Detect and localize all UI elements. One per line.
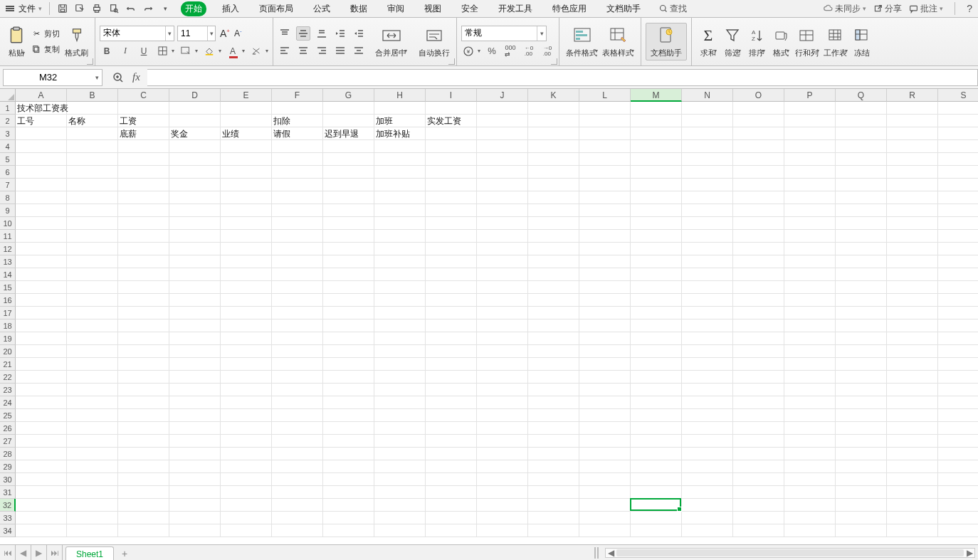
row-header[interactable]: 27 [0, 435, 16, 448]
cell[interactable] [67, 524, 118, 537]
cell[interactable] [169, 473, 221, 486]
cell[interactable] [477, 166, 528, 179]
cell[interactable] [938, 422, 978, 435]
cell[interactable] [784, 512, 836, 524]
cell[interactable] [528, 230, 579, 243]
cell[interactable] [938, 179, 978, 191]
cell[interactable] [631, 448, 682, 460]
cell[interactable] [67, 448, 118, 460]
cell[interactable] [733, 345, 784, 358]
cell[interactable] [733, 371, 784, 384]
cell[interactable] [16, 448, 67, 460]
row-header[interactable]: 29 [0, 460, 16, 473]
cell[interactable] [323, 460, 374, 473]
cell[interactable] [887, 243, 938, 255]
cell[interactable] [682, 422, 733, 435]
app-menu-icon[interactable] [6, 6, 14, 11]
cell[interactable] [477, 460, 528, 473]
column-header[interactable]: L [579, 89, 631, 102]
cell[interactable] [938, 345, 978, 358]
cell[interactable] [631, 345, 682, 358]
cell[interactable] [426, 384, 477, 396]
cell[interactable] [528, 127, 579, 140]
cell[interactable] [426, 281, 477, 294]
cell[interactable] [67, 473, 118, 486]
cell[interactable] [169, 243, 221, 255]
cell[interactable] [887, 268, 938, 281]
cell[interactable] [836, 268, 887, 281]
cell[interactable] [528, 409, 579, 422]
cell[interactable]: 工号 [16, 115, 67, 127]
cell[interactable] [323, 512, 374, 524]
cell[interactable] [272, 332, 323, 345]
cell[interactable] [477, 191, 528, 204]
cell[interactable] [272, 281, 323, 294]
cell[interactable] [323, 332, 374, 345]
first-sheet-button[interactable]: ⏮ [0, 545, 16, 561]
cell[interactable] [579, 524, 631, 537]
cell[interactable] [426, 435, 477, 448]
cell[interactable] [67, 127, 118, 140]
cell[interactable] [631, 153, 682, 166]
cell[interactable] [733, 102, 784, 115]
cell[interactable] [784, 243, 836, 255]
cell[interactable] [374, 166, 426, 179]
cell[interactable] [784, 409, 836, 422]
cell[interactable] [16, 294, 67, 307]
row-header[interactable]: 1 [0, 102, 16, 115]
column-header[interactable]: E [221, 89, 272, 102]
cell[interactable] [477, 307, 528, 319]
cell[interactable] [426, 127, 477, 140]
cell[interactable] [733, 191, 784, 204]
cell[interactable] [836, 230, 887, 243]
distribute-button[interactable] [352, 43, 366, 58]
cell[interactable] [631, 281, 682, 294]
cell[interactable] [169, 396, 221, 409]
cell[interactable] [169, 217, 221, 230]
cell[interactable] [784, 332, 836, 345]
row-header[interactable]: 18 [0, 319, 16, 332]
cell[interactable] [169, 486, 221, 499]
sum-button[interactable]: Σ 求和 ▾ [696, 25, 720, 58]
cell[interactable] [374, 102, 426, 115]
cell[interactable] [836, 486, 887, 499]
cell[interactable] [733, 204, 784, 217]
cell[interactable] [118, 191, 169, 204]
cell[interactable] [16, 281, 67, 294]
cell[interactable] [631, 499, 682, 512]
cell[interactable] [118, 384, 169, 396]
cell[interactable] [272, 102, 323, 115]
cell[interactable] [938, 319, 978, 332]
cell[interactable] [528, 191, 579, 204]
sheet-tab[interactable]: Sheet1 [65, 546, 114, 561]
cell[interactable] [836, 115, 887, 127]
cell[interactable] [118, 179, 169, 191]
cell[interactable] [528, 307, 579, 319]
justify-button[interactable] [333, 43, 347, 58]
cell[interactable] [374, 307, 426, 319]
cell[interactable] [682, 179, 733, 191]
row-header[interactable]: 6 [0, 166, 16, 179]
cell[interactable] [631, 512, 682, 524]
cell[interactable] [118, 371, 169, 384]
cell[interactable] [118, 204, 169, 217]
cell[interactable] [67, 294, 118, 307]
tab-scroll-split[interactable] [594, 547, 601, 559]
cell[interactable] [733, 422, 784, 435]
cell[interactable] [272, 448, 323, 460]
cell[interactable] [682, 115, 733, 127]
cell[interactable] [887, 358, 938, 371]
cell[interactable] [682, 512, 733, 524]
cell[interactable] [579, 384, 631, 396]
cell[interactable] [938, 217, 978, 230]
cell[interactable] [682, 230, 733, 243]
tab-home[interactable]: 开始 [181, 1, 206, 16]
tab-view[interactable]: 视图 [420, 1, 446, 16]
cell[interactable] [682, 435, 733, 448]
cell[interactable] [784, 115, 836, 127]
cell[interactable] [426, 230, 477, 243]
align-right-button[interactable] [315, 43, 329, 58]
row-header[interactable]: 22 [0, 371, 16, 384]
cell[interactable] [169, 204, 221, 217]
cell[interactable] [477, 332, 528, 345]
